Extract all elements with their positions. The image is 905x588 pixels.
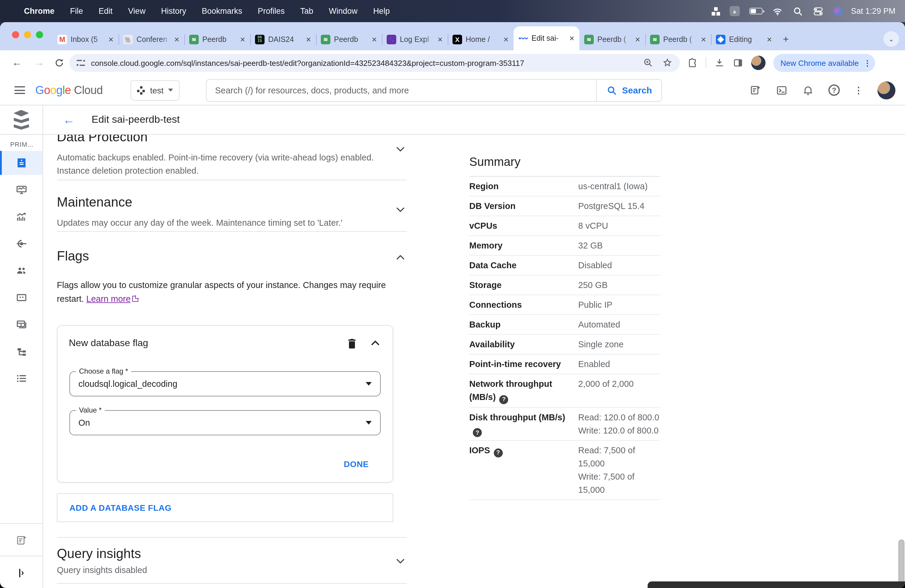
expand-section-chevron-icon[interactable]: [396, 557, 405, 565]
siri-icon[interactable]: [833, 6, 843, 16]
extensions-icon[interactable]: [687, 57, 698, 68]
omnibox[interactable]: console.cloud.google.com/sql/instances/s…: [70, 54, 680, 72]
tab-edit-sai-active[interactable]: Edit sai-✕: [514, 26, 580, 50]
close-tab-icon[interactable]: ✕: [303, 36, 311, 43]
add-database-flag-button[interactable]: ADD A DATABASE FLAG: [57, 493, 393, 522]
battery-icon[interactable]: [749, 8, 762, 14]
url-text[interactable]: console.cloud.google.com/sql/instances/s…: [91, 58, 643, 67]
main-content: Data Protection Automatic backups enable…: [43, 135, 905, 588]
reload-icon[interactable]: [54, 57, 65, 68]
sidebar-item-backups[interactable]: [0, 313, 43, 337]
gemini-assist-icon[interactable]: [749, 84, 761, 96]
sidebar-item-release-notes[interactable]: [0, 523, 43, 556]
more-options-icon[interactable]: ⋮: [854, 85, 863, 95]
sidebar-item-operations[interactable]: [0, 366, 43, 390]
sidebar-item-connections[interactable]: [0, 232, 43, 256]
zoom-page-icon[interactable]: [643, 57, 654, 68]
sidebar-item-databases[interactable]: [0, 286, 43, 310]
menu-help[interactable]: Help: [373, 6, 390, 16]
page-title: Edit sai-peerdb-test: [92, 114, 180, 126]
close-tab-icon[interactable]: ✕: [369, 36, 377, 43]
cloud-search-input[interactable]: Search (/) for resources, docs, products…: [206, 79, 597, 102]
sidebar-item-system-insights[interactable]: [0, 178, 43, 202]
tab-dais24[interactable]: DAISDAIS24✕: [250, 29, 316, 50]
close-tab-icon[interactable]: ✕: [764, 36, 772, 43]
tab-search-chevron-icon[interactable]: ⌄: [883, 31, 899, 47]
choose-flag-value: cloudsql.logical_decoding: [78, 379, 366, 389]
cloud-search-button[interactable]: Search: [597, 79, 662, 102]
expand-section-chevron-icon[interactable]: [396, 145, 405, 153]
new-tab-button[interactable]: +: [783, 33, 789, 46]
stats-menubar-icon[interactable]: [711, 7, 720, 15]
account-avatar[interactable]: [878, 81, 895, 99]
google-cloud-logo[interactable]: Google Cloud: [35, 84, 103, 97]
site-settings-icon[interactable]: [76, 59, 85, 67]
menu-profiles[interactable]: Profiles: [258, 6, 284, 16]
browser-profile-avatar[interactable]: [751, 56, 765, 70]
wifi-icon[interactable]: [772, 6, 783, 16]
sidebar-item-overview[interactable]: [0, 151, 43, 175]
flag-value-select[interactable]: Value * On: [70, 410, 381, 435]
expand-section-chevron-icon[interactable]: [396, 205, 405, 214]
tab-editing[interactable]: Editing✕: [711, 29, 777, 50]
tab-peerdb-3[interactable]: ≋Peerdb (✕: [580, 29, 645, 50]
menubar-clock[interactable]: Sat 1:29 PM: [851, 6, 895, 16]
choose-flag-select[interactable]: Choose a flag * cloudsql.logical_decodin…: [70, 371, 381, 396]
menu-history[interactable]: History: [161, 6, 186, 16]
close-tab-icon[interactable]: ✕: [567, 35, 575, 42]
collapse-card-chevron-icon[interactable]: [371, 339, 379, 347]
close-tab-icon[interactable]: ✕: [238, 36, 245, 43]
menu-view[interactable]: View: [128, 6, 145, 16]
sidebar-item-users[interactable]: [0, 259, 43, 283]
minimize-window-button[interactable]: [24, 31, 31, 38]
menu-bookmarks[interactable]: Bookmarks: [202, 6, 242, 16]
help-icon[interactable]: ?: [473, 428, 482, 437]
forward-icon[interactable]: →: [34, 57, 44, 69]
help-icon[interactable]: ?: [494, 448, 502, 457]
close-tab-icon[interactable]: ✕: [106, 36, 114, 43]
chrome-menu-dots-icon[interactable]: ⋮: [864, 58, 872, 67]
menu-chrome[interactable]: Chrome: [24, 6, 54, 16]
delete-flag-icon[interactable]: [347, 338, 357, 348]
close-window-button[interactable]: [12, 31, 19, 38]
nav-menu-icon[interactable]: [14, 84, 25, 96]
close-tab-icon[interactable]: ✕: [699, 36, 706, 43]
close-tab-icon[interactable]: ✕: [172, 36, 179, 43]
help-icon[interactable]: ?: [829, 84, 840, 96]
learn-more-link[interactable]: Learn more: [86, 294, 130, 304]
app-menubar-icon[interactable]: ▲: [729, 6, 740, 16]
downloads-icon[interactable]: [714, 57, 725, 68]
new-chrome-button[interactable]: New Chrome available⋮: [773, 54, 875, 72]
help-icon[interactable]: ?: [500, 395, 508, 404]
sidebar-item-query-insights[interactable]: [0, 205, 43, 229]
tab-peerdb-1[interactable]: ≋Peerdb✕: [184, 29, 250, 50]
done-button[interactable]: DONE: [344, 459, 369, 469]
tab-peerdb-4[interactable]: ≋Peerdb (✕: [645, 29, 711, 50]
bookmark-star-icon[interactable]: [662, 57, 673, 68]
menu-edit[interactable]: Edit: [99, 6, 113, 16]
collapse-section-chevron-icon[interactable]: [396, 253, 405, 262]
notifications-bell-icon[interactable]: [802, 84, 814, 96]
control-center-icon[interactable]: [813, 6, 823, 16]
zoom-window-button[interactable]: [36, 31, 43, 38]
tab-conference[interactable]: 🐘Conferen✕: [119, 29, 184, 50]
collapse-panel-button[interactable]: |›: [0, 556, 43, 588]
cloud-shell-icon[interactable]: [776, 84, 788, 96]
tab-x-home[interactable]: XHome /✕: [448, 29, 514, 50]
spotlight-search-icon[interactable]: [792, 6, 803, 16]
close-tab-icon[interactable]: ✕: [501, 36, 509, 43]
project-selector[interactable]: test: [130, 80, 179, 100]
menu-tab[interactable]: Tab: [300, 6, 313, 16]
sidebar-item-replicas[interactable]: [0, 340, 43, 364]
back-icon[interactable]: ←: [12, 57, 22, 69]
tab-peerdb-2[interactable]: ≋Peerdb✕: [316, 29, 382, 50]
tab-inbox[interactable]: MInbox (5✕: [53, 29, 119, 50]
side-panel-icon[interactable]: [733, 57, 743, 68]
scrollbar-thumb[interactable]: [899, 539, 904, 588]
close-tab-icon[interactable]: ✕: [435, 36, 443, 43]
menu-file[interactable]: File: [70, 6, 83, 16]
menu-window[interactable]: Window: [329, 6, 358, 16]
tab-log-explorer[interactable]: 🐾Log Expl✕: [382, 29, 448, 50]
close-tab-icon[interactable]: ✕: [633, 36, 640, 43]
back-arrow-icon[interactable]: ←: [63, 113, 75, 127]
